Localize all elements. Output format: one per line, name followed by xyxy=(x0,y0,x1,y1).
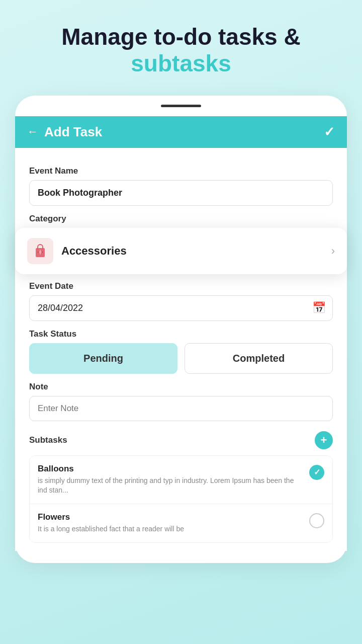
subtasks-list: Balloonsis simply dummy text of the prin… xyxy=(29,455,333,543)
subtask-desc: is simply dummy text of the printing and… xyxy=(38,476,302,496)
subtask-name: Flowers xyxy=(38,512,302,522)
phone-card: ← Add Task ✓ Event Name Category xyxy=(15,96,347,563)
status-completed-button[interactable]: Completed xyxy=(185,343,333,374)
category-dropdown[interactable]: Accessories › xyxy=(15,228,347,274)
category-value: Accessories xyxy=(61,245,127,258)
form-content: Event Name Category Accessories xyxy=(15,148,347,551)
subtask-item: FlowersIt is a long established fact tha… xyxy=(30,504,332,542)
page-header: Manage to-do tasks & subtasks xyxy=(0,0,362,96)
subtasks-label: Subtasks xyxy=(29,435,67,445)
event-date-label: Event Date xyxy=(29,281,333,291)
top-bar-left: ← Add Task xyxy=(27,124,102,140)
category-left: Accessories xyxy=(27,238,127,264)
top-bar: ← Add Task ✓ xyxy=(15,116,347,148)
status-row: Pending Completed xyxy=(29,343,333,374)
confirm-button[interactable]: ✓ xyxy=(324,124,335,140)
event-date-input[interactable] xyxy=(29,295,333,321)
chevron-right-icon: › xyxy=(331,245,335,258)
event-name-label: Event Name xyxy=(29,166,333,176)
back-button[interactable]: ← xyxy=(27,125,38,138)
add-subtask-button[interactable]: + xyxy=(315,431,333,449)
event-name-input[interactable] xyxy=(29,180,333,206)
date-input-wrap: 📅 xyxy=(29,295,333,321)
subtask-unchecked-icon[interactable] xyxy=(309,513,324,528)
task-status-label: Task Status xyxy=(29,329,333,339)
bag-icon xyxy=(27,238,53,264)
header-title-line1: Manage to-do tasks & xyxy=(20,24,342,50)
phone-handle xyxy=(161,105,201,107)
subtask-desc: It is a long established fact that a rea… xyxy=(38,524,302,534)
calendar-icon[interactable]: 📅 xyxy=(312,301,326,314)
category-label: Category xyxy=(29,214,333,224)
status-pending-button[interactable]: Pending xyxy=(29,343,177,374)
note-input[interactable] xyxy=(29,396,333,421)
svg-point-2 xyxy=(42,251,43,253)
header-title-line2: subtasks xyxy=(20,50,342,77)
subtask-checked-icon[interactable]: ✓ xyxy=(309,465,324,480)
svg-point-1 xyxy=(38,251,39,253)
top-bar-title: Add Task xyxy=(44,124,102,140)
note-label: Note xyxy=(29,382,333,392)
subtask-name: Balloons xyxy=(38,464,302,474)
subtasks-header: Subtasks + xyxy=(29,431,333,449)
category-row: Accessories › xyxy=(29,228,333,273)
subtask-item: Balloonsis simply dummy text of the prin… xyxy=(30,456,332,504)
